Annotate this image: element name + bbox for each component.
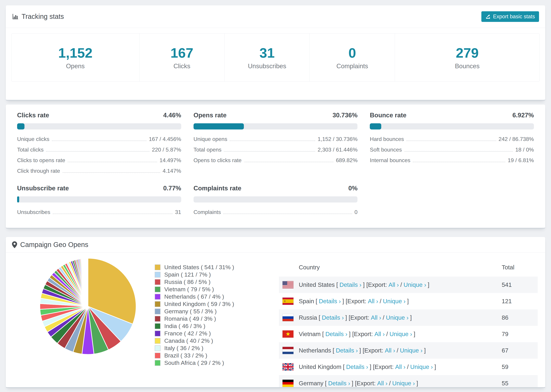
dotted-leader — [53, 214, 173, 214]
rate-detail-label: Complaints — [194, 209, 221, 215]
stat-value: 1,152 — [58, 45, 92, 61]
details-link[interactable]: Details › — [339, 281, 361, 288]
legend-item[interactable]: India ( 46 / 3% ) — [155, 322, 273, 330]
rate-block: Complaints rate 0% Complaints 0 — [194, 185, 358, 215]
rate-detail-row: Unique clicks 167 / 4.456% — [17, 136, 181, 142]
rate-title: Unsubscribe rate — [17, 185, 69, 192]
legend-color-swatch — [155, 345, 161, 351]
legend-item[interactable]: France ( 42 / 2% ) — [155, 330, 273, 337]
rate-progress-fill — [17, 123, 24, 129]
stat-label: Bounces — [455, 63, 480, 70]
export-unique-link[interactable]: Unique › — [400, 347, 423, 354]
bracket-close: ] — [407, 298, 409, 305]
rate-detail-label: Total opens — [194, 147, 222, 153]
export-all-link[interactable]: All › — [389, 281, 399, 288]
country-name: Germany — [299, 380, 323, 387]
export-unique-link[interactable]: Unique › — [386, 314, 409, 321]
export-all-link[interactable]: All › — [395, 364, 405, 370]
table-row: Vietnam [Details ›] [Export: All › / Uni… — [279, 326, 538, 342]
bracket-open: [ — [322, 331, 324, 337]
stat-value: 279 — [456, 45, 479, 61]
details-link[interactable]: Details › — [325, 331, 347, 337]
geo-content: United StatesSpainRussiaVietnamNetherlan… — [6, 253, 545, 387]
export-prefix: ] [Export: — [359, 347, 383, 354]
rate-title: Clicks rate — [17, 112, 49, 119]
export-icon — [486, 14, 491, 19]
dotted-leader — [413, 162, 505, 162]
legend-label: Germany ( 55 / 3% ) — [164, 308, 217, 315]
export-all-link[interactable]: All › — [385, 347, 395, 354]
legend-item[interactable]: Vietnam ( 79 / 5% ) — [155, 286, 273, 293]
legend-color-swatch — [155, 294, 161, 300]
table-row: Russia [Details ›] [Export: All › / Uniq… — [279, 309, 538, 326]
rate-detail-label: Internal bounces — [370, 157, 410, 163]
export-all-link[interactable]: All › — [371, 314, 381, 321]
export-all-link[interactable]: All › — [377, 380, 387, 387]
export-unique-link[interactable]: Unique › — [410, 364, 433, 370]
rates-card: Clicks rate 4.46% Unique clicks 167 / 4.… — [6, 104, 545, 229]
legend-item[interactable]: Netherlands ( 67 / 4% ) — [155, 293, 273, 300]
legend-color-swatch — [155, 279, 161, 285]
legend-item[interactable]: Russia ( 86 / 5% ) — [155, 278, 273, 286]
export-unique-link[interactable]: Unique › — [383, 298, 406, 305]
rate-progress-fill — [17, 196, 19, 203]
legend-item[interactable]: Italy ( 36 / 2% ) — [155, 344, 273, 352]
rate-detail-value: 19 / 6.81% — [508, 157, 534, 163]
legend-color-swatch — [155, 331, 161, 336]
bracket-open: [ — [343, 364, 345, 370]
bar-chart-icon — [12, 13, 19, 20]
column-header-country: Country — [279, 264, 502, 271]
country-flag-icon — [282, 314, 294, 321]
rate-detail-row: Clicks to opens rate 14.497% — [17, 157, 181, 163]
export-all-link[interactable]: All › — [368, 298, 378, 305]
legend-item[interactable]: Canada ( 40 / 2% ) — [155, 337, 273, 344]
legend-item[interactable]: Spain ( 121 / 7% ) — [155, 271, 273, 278]
stat-value: 31 — [259, 45, 275, 61]
export-unique-link[interactable]: Unique › — [392, 380, 415, 387]
legend-color-swatch — [155, 360, 161, 366]
export-basic-stats-button[interactable]: Export basic stats — [481, 11, 539, 22]
details-link[interactable]: Details › — [319, 298, 341, 305]
rate-title: Complaints rate — [194, 185, 241, 192]
bracket-open: [ — [319, 314, 320, 321]
export-all-link[interactable]: All › — [374, 331, 385, 337]
export-unique-link[interactable]: Unique › — [403, 281, 426, 288]
legend-color-swatch — [155, 323, 161, 329]
rate-rows: Unique clicks 167 / 4.456% Total clicks … — [17, 136, 181, 174]
details-link[interactable]: Details › — [346, 364, 368, 370]
geo-opens-card: Campaign Geo Opens United StatesSpainRus… — [6, 237, 545, 388]
legend-item[interactable]: United States ( 541 / 31% ) — [155, 264, 273, 271]
dotted-leader — [404, 151, 513, 152]
geo-header: Campaign Geo Opens — [6, 237, 545, 252]
legend-item[interactable]: South Africa ( 29 / 2% ) — [155, 359, 273, 366]
stat-label: Opens — [66, 63, 85, 70]
rate-detail-row: Total opens 2,303 / 61.446% — [194, 147, 358, 153]
legend-item[interactable]: United Kingdom ( 59 / 3% ) — [155, 300, 273, 308]
bracket-open: [ — [316, 298, 318, 305]
details-link[interactable]: Details › — [328, 380, 350, 387]
legend-item[interactable]: Germany ( 55 / 3% ) — [155, 308, 273, 315]
link-separator: / — [383, 314, 384, 321]
legend-label: Italy ( 36 / 2% ) — [164, 345, 204, 351]
page: Tracking stats Export basic stats 1,152 … — [0, 5, 551, 388]
rate-detail-label: Unsubscribes — [17, 209, 50, 215]
link-separator: / — [407, 364, 409, 370]
country-name: Vietnam — [299, 331, 321, 337]
legend-item[interactable]: Brazil ( 33 / 2% ) — [155, 352, 273, 359]
geo-table-header: Country Total — [279, 261, 538, 273]
export-prefix: ] [Export: — [370, 364, 394, 370]
rate-detail-row: Click through rate 4.147% — [17, 168, 181, 174]
legend-color-swatch — [155, 308, 161, 314]
rate-progress-fill — [194, 123, 244, 129]
export-unique-link[interactable]: Unique › — [389, 331, 412, 337]
country-total: 67 — [502, 347, 538, 354]
country-flag-icon — [282, 347, 294, 354]
rate-detail-value: 31 — [175, 209, 181, 215]
rate-block: Opens rate 30.736% Unique opens 1,152 / … — [194, 112, 358, 174]
legend-item[interactable]: Romania ( 49 / 3% ) — [155, 315, 273, 322]
details-link[interactable]: Details › — [336, 347, 358, 354]
legend-color-swatch — [155, 264, 161, 270]
details-link[interactable]: Details › — [322, 314, 344, 321]
bracket-close: ] — [434, 364, 436, 370]
dotted-leader — [406, 140, 496, 141]
